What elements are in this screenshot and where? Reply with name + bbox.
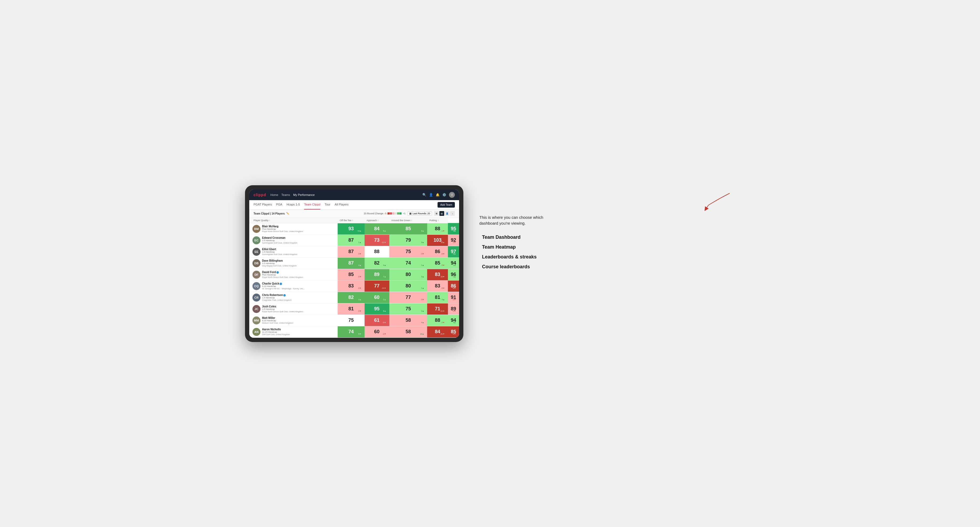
person-view-button[interactable]: 👤 [445,211,450,216]
score-cell-3-4: 941▲ [448,257,459,269]
last-rounds-button[interactable]: ▦ Last Rounds: 20 [407,211,432,216]
score-cell-3-3: 85-3▼ [427,257,448,269]
score-value: 87 [348,237,354,243]
table-row[interactable]: CRChris Robertson1-5 HandicapCraigmillar… [249,292,459,303]
player-name[interactable]: Charlie Quick [262,282,305,285]
player-name[interactable]: Blair McHarg [262,225,303,228]
table-row[interactable]: JCJosh Coles1-5 HandicapRoyal North Devo… [249,303,459,314]
download-button[interactable]: ↓ [450,211,455,216]
logo[interactable]: clippd [253,193,266,197]
bell-icon[interactable]: 🔔 [436,193,440,197]
nav-links: Home Teams My Performance [270,192,418,197]
player-name[interactable]: Matt Miller [262,316,293,319]
score-value: 83 [435,283,440,289]
score-change: -3▼ [358,253,361,255]
score-change: 4▲ [442,298,445,300]
table-row[interactable]: BMBlair McHargPlus HandicapRoyal North D… [249,223,459,235]
score-change: -2▼ [452,310,456,312]
option-course-leaderboards[interactable]: Course leaderboards [482,264,735,270]
player-name[interactable]: Elliot Ebert [262,248,298,251]
arrow-graphic [682,190,735,212]
score-change: -11▼ [382,241,386,243]
score-value: 80 [406,272,411,277]
option-team-heatmap[interactable]: Team Heatmap [482,244,735,250]
player-avatar: EC [253,237,261,244]
player-cell-8: MMMatt Miller6-10 HandicapWoburn Golf Cl… [249,314,338,326]
nav-link-teams[interactable]: Teams [282,192,290,197]
sub-nav-pgat[interactable]: PGAT Players [253,200,272,210]
table-row[interactable]: EEElliot Ebert1-5 HandicapSunningdale Go… [249,246,459,257]
sub-nav-hcaps[interactable]: Hcaps 1-5 [286,200,300,210]
grid-view-button[interactable]: ⊞ [434,211,439,216]
player-avatar: AN [253,328,261,336]
player-name[interactable]: David Ford [262,271,303,274]
score-change: 6▲ [383,230,386,232]
score-value: 81 [435,295,440,300]
score-value: 88 [435,226,440,232]
player-name[interactable]: Chris Robertson [262,294,291,297]
sub-nav-all-players[interactable]: All Players [335,200,348,210]
score-value: 83 [435,272,440,277]
player-club: Sunningdale Golf Club, United Kingdom [262,253,298,256]
score-value: 84 [374,226,379,232]
score-value: 60 [374,295,379,300]
player-club: Woburn Golf Club, United Kingdom [262,322,293,324]
table-row[interactable]: DFDavid FordPlus HandicapRoyal North Dev… [249,269,459,280]
table-row[interactable]: MMMatt Miller6-10 HandicapWoburn Golf Cl… [249,314,459,326]
col-player[interactable]: Player Quality ↑ [249,218,338,223]
score-cell-6-1: 602▲ [364,292,389,303]
score-change: 5▲ [453,253,456,255]
heatmap-view-button[interactable]: ▤ [439,211,444,216]
avatar[interactable]: U [449,192,455,198]
score-cell-4-1: 897▲ [364,269,389,280]
score-change: -14▼ [382,287,386,289]
nav-link-my-performance[interactable]: My Performance [293,192,315,197]
sub-nav-team-clippd[interactable]: Team Clippd [304,200,320,210]
sub-nav-tour[interactable]: Tour [325,200,330,210]
score-cell-6-3: 814▲ [427,292,448,303]
score-change: -3▼ [358,276,361,278]
sub-nav-pga[interactable]: PGA [276,200,282,210]
player-cell-9: ANAaron Nicholls11-15 HandicapDrift Golf… [249,326,338,338]
col-approach[interactable]: Approach ↑ [364,218,389,223]
edit-icon[interactable]: ✏️ [286,212,289,215]
score-change: -3▼ [452,298,456,300]
table-row[interactable]: DBDave Billingham1-5 HandicapGog Magog G… [249,257,459,269]
col-around-green[interactable]: Around the Green ↑ [389,218,428,223]
table-row[interactable]: ANAaron Nicholls11-15 HandicapDrift Golf… [249,326,459,338]
col-off-tee[interactable]: Off the Tee ↑ [338,218,364,223]
player-handicap: 1-5 Handicap [262,262,297,265]
option-leaderboards[interactable]: Leaderboards & streaks [482,254,735,260]
table-row[interactable]: CQCharlie Quick6-10 HandicapSt. George's… [249,280,459,292]
col-putting[interactable]: Putting ↑ [427,218,448,223]
score-value: 81 [348,306,354,312]
search-icon[interactable]: 🔍 [422,193,426,197]
score-cell-1-3: 10315▲ [427,235,448,246]
score-change: 1▲ [421,287,424,289]
nav-link-home[interactable]: Home [270,192,278,197]
player-cell-6: CRChris Robertson1-5 HandicapCraigmillar… [249,292,338,303]
score-cell-5-2: 801▲ [389,280,428,292]
sub-nav-links: PGAT Players PGA Hcaps 1-5 Team Clippd T… [253,200,348,210]
score-cell-8-2: 584▲ [389,314,428,326]
player-name[interactable]: Dave Billingham [262,259,297,262]
nav-bar: clippd Home Teams My Performance 🔍 👤 🔔 ⚙… [249,189,459,200]
person-icon[interactable]: 👤 [429,193,433,197]
score-value: 82 [348,295,354,300]
player-name[interactable]: Aaron Nicholls [262,328,290,331]
player-name[interactable]: Edward Crossman [262,237,298,239]
score-cell-3-2: 741▲ [389,257,428,269]
player-name[interactable]: Josh Coles [262,305,303,308]
add-team-button[interactable]: Add Team [438,202,455,208]
option-team-dashboard[interactable]: Team Dashboard [482,235,735,240]
score-value: 85 [406,226,411,232]
score-cell-9-4: 85-4▼ [448,326,459,338]
score-value: 86 [435,249,440,254]
score-cell-9-0: 748▼ [338,326,364,338]
score-cell-7-3: 71-11▼ [427,303,448,314]
settings-icon[interactable]: ⚙️ [442,193,446,197]
table-row[interactable]: ECEdward Crossman1-5 HandicapSunningdale… [249,235,459,246]
player-avatar: BM [253,225,261,233]
score-cell-6-2: 77-3▼ [389,292,428,303]
score-cell-5-4: 86-8▼ [448,280,459,292]
